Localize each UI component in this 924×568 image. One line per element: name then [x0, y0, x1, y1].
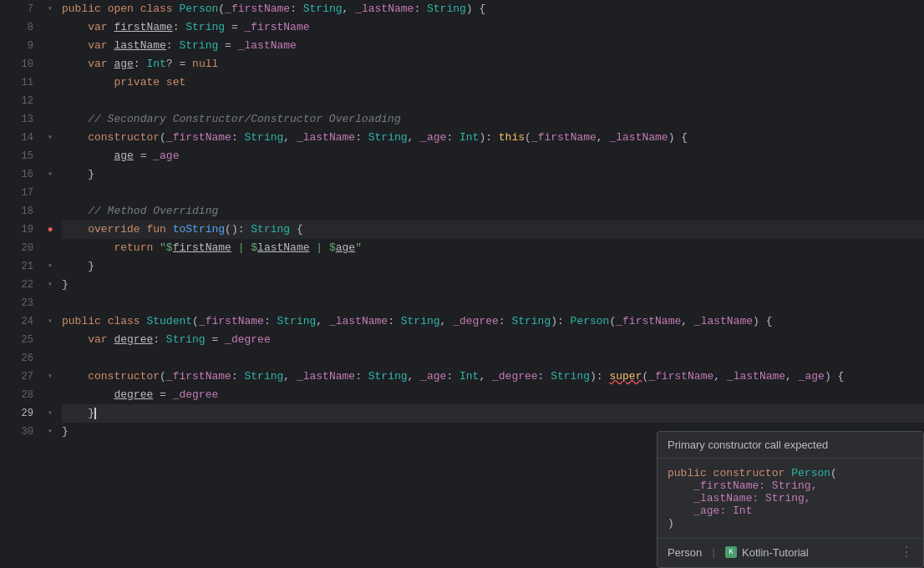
tooltip-class-name: Person: [791, 467, 830, 479]
gutter-20: [42, 239, 58, 257]
gutter-13: [42, 110, 58, 129]
code-line-27: constructor(_firstName: String, _lastNam…: [62, 368, 924, 386]
line-num-15: 15: [0, 147, 33, 165]
tooltip-more-button[interactable]: ⋮: [900, 544, 913, 560]
code-line-23: [62, 294, 924, 312]
line-numbers: 7 8 9 10 11 12 13 14 15 16 17 18 19 20 2…: [0, 0, 42, 568]
line-num-8: 8: [0, 18, 33, 37]
tooltip-signature: public constructor Person(: [668, 467, 913, 479]
gutter-28: [42, 386, 58, 404]
code-line-24: public class Student(_firstName: String,…: [62, 312, 924, 331]
gutter-23: [42, 294, 58, 312]
gutter-7[interactable]: ▾: [42, 0, 58, 18]
line-num-23: 23: [0, 294, 33, 312]
tooltip-source-icon: K: [725, 546, 737, 558]
line-num-22: 22: [0, 276, 33, 294]
line-num-18: 18: [0, 202, 33, 221]
code-line-11: private set: [62, 74, 924, 92]
gutter-21[interactable]: ▾: [42, 257, 58, 276]
code-line-29: }: [62, 404, 924, 423]
tooltip-param1: _firstName: String,: [668, 479, 913, 492]
gutter-11: [42, 74, 58, 92]
gutter-18: [42, 202, 58, 221]
code-line-20: return "$firstName | $lastName | $age": [62, 239, 924, 257]
tooltip-param3: _age: Int: [668, 505, 913, 517]
line-num-10: 10: [0, 55, 33, 74]
line-num-9: 9: [0, 37, 33, 55]
gutter-29[interactable]: ▾: [42, 404, 58, 423]
line-num-24: 24: [0, 312, 33, 331]
code-line-28: degree = _degree: [62, 386, 924, 404]
gutter-9: [42, 37, 58, 55]
gutter-25: [42, 331, 58, 349]
code-line-7: public open class Person(_firstName: Str…: [62, 0, 924, 18]
line-num-26: 26: [0, 349, 33, 368]
line-num-16: 16: [0, 165, 33, 184]
tooltip-source-label: Kotlin-Tutorial: [742, 546, 809, 559]
line-num-13: 13: [0, 110, 33, 129]
line-num-29: 29: [0, 404, 33, 423]
line-num-28: 28: [0, 386, 33, 404]
gutter: ▾ ▾ ▾ ● ▾ ▾ ▾ ▾ ▾ ▾: [42, 0, 58, 568]
tooltip-closing: ): [668, 517, 913, 530]
code-line-16: }: [62, 165, 924, 184]
line-num-14: 14: [0, 129, 33, 147]
code-line-12: [62, 92, 924, 110]
line-num-12: 12: [0, 92, 33, 110]
code-line-15: age = _age: [62, 147, 924, 165]
code-line-10: var age: Int? = null: [62, 55, 924, 74]
code-line-17: [62, 184, 924, 202]
code-line-18: // Method Overriding: [62, 202, 924, 221]
line-num-7: 7: [0, 0, 33, 18]
code-line-19: override fun toString(): String {: [62, 221, 924, 239]
code-line-21: }: [62, 257, 924, 276]
tooltip-class-ref[interactable]: Person: [668, 546, 702, 559]
tooltip-body: public constructor Person( _firstName: S…: [657, 459, 923, 538]
line-num-11: 11: [0, 74, 33, 92]
gutter-8: [42, 18, 58, 37]
line-num-27: 27: [0, 368, 33, 386]
code-line-26: [62, 349, 924, 368]
tooltip-footer: Person | K Kotlin-Tutorial ⋮: [657, 538, 923, 567]
line-num-30: 30: [0, 423, 33, 441]
gutter-10: [42, 55, 58, 74]
gutter-26: [42, 349, 58, 368]
gutter-12: [42, 92, 58, 110]
line-num-17: 17: [0, 184, 33, 202]
tooltip-param2: _lastName: String,: [668, 492, 913, 505]
code-line-25: var degree: String = _degree: [62, 331, 924, 349]
gutter-19[interactable]: ●: [42, 221, 58, 239]
tooltip-keyword1: public constructor: [668, 467, 784, 479]
tooltip-header: Primary constructor call expected: [657, 432, 923, 459]
code-line-13: // Secondary Constructor/Constructor Ove…: [62, 110, 924, 129]
editor-container: 7 8 9 10 11 12 13 14 15 16 17 18 19 20 2…: [0, 0, 924, 568]
gutter-30[interactable]: ▾: [42, 423, 58, 441]
gutter-14[interactable]: ▾: [42, 129, 58, 147]
code-line-8: var firstName: String = _firstName: [62, 18, 924, 37]
tooltip-popup: Primary constructor call expected public…: [657, 431, 924, 568]
code-line-9: var lastName: String = _lastName: [62, 37, 924, 55]
line-num-20: 20: [0, 239, 33, 257]
line-num-21: 21: [0, 257, 33, 276]
gutter-16[interactable]: ▾: [42, 165, 58, 184]
line-num-19: 19: [0, 221, 33, 239]
line-num-25: 25: [0, 331, 33, 349]
gutter-22[interactable]: ▾: [42, 276, 58, 294]
gutter-17: [42, 184, 58, 202]
gutter-15: [42, 147, 58, 165]
gutter-24[interactable]: ▾: [42, 312, 58, 331]
gutter-27[interactable]: ▾: [42, 368, 58, 386]
code-line-14: constructor(_firstName: String, _lastNam…: [62, 129, 924, 147]
code-line-22: }: [62, 276, 924, 294]
